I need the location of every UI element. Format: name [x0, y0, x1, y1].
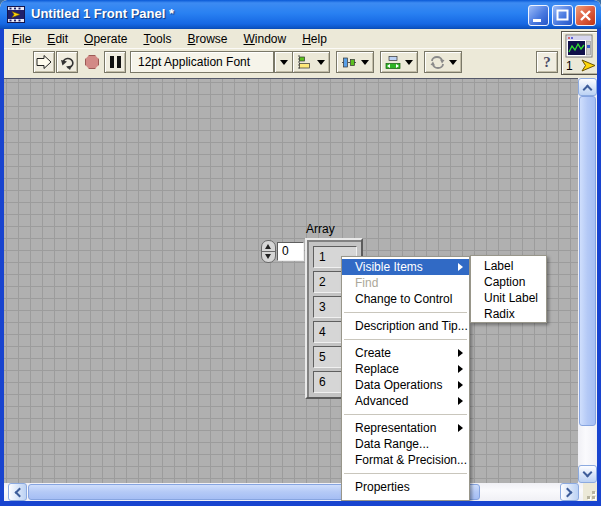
chevron-down-icon	[583, 467, 593, 477]
pause-icon	[110, 56, 121, 68]
menu-item-properties[interactable]: Properties	[342, 479, 469, 495]
panel-number: 1	[566, 59, 573, 73]
toolbar: 12pt Application Font	[4, 48, 597, 78]
chevron-left-icon	[15, 487, 25, 497]
submenu-arrow-icon	[458, 263, 463, 271]
window-title: Untitled 1 Front Panel *	[31, 6, 174, 21]
vertical-scrollbar-thumb[interactable]	[579, 96, 596, 426]
menu-edit[interactable]: Edit	[39, 31, 76, 47]
menu-item-replace[interactable]: Replace	[342, 361, 469, 377]
vertical-scrollbar[interactable]	[578, 78, 597, 483]
menu-item-description-and-tip[interactable]: Description and Tip...	[342, 318, 469, 334]
pause-button[interactable]	[104, 51, 126, 73]
menu-item-advanced[interactable]: Advanced	[342, 393, 469, 409]
menu-item-representation[interactable]: Representation	[342, 420, 469, 436]
abort-button	[82, 51, 102, 73]
menu-separator	[344, 339, 467, 340]
minimize-icon	[529, 6, 548, 25]
window-border	[0, 501, 601, 506]
submenu-arrow-icon	[458, 365, 463, 373]
menu-item-data-range[interactable]: Data Range...	[342, 436, 469, 452]
submenu-arrow-icon	[458, 424, 463, 432]
close-icon	[576, 6, 595, 25]
chevron-down-icon	[405, 60, 413, 65]
array-label: Array	[306, 222, 335, 236]
menu-bar: File Edit Operate Tools Browse Window He…	[4, 29, 597, 48]
panel-corner-icon[interactable]: 1	[561, 31, 599, 75]
reorder-icon	[429, 55, 446, 70]
font-selector[interactable]: 12pt Application Font	[130, 51, 274, 73]
resize-grip-icon[interactable]	[583, 483, 597, 501]
menu-item-find: Find	[342, 275, 469, 291]
menu-tools[interactable]: Tools	[135, 31, 179, 47]
font-selector-dropdown[interactable]	[274, 51, 294, 73]
context-help-button[interactable]: ?	[536, 51, 558, 73]
scroll-down-button[interactable]	[578, 465, 597, 483]
run-continuous-button[interactable]	[56, 51, 78, 73]
distribute-objects-button[interactable]	[336, 51, 374, 73]
abort-icon	[85, 55, 99, 69]
menu-separator	[344, 414, 467, 415]
context-menu: Visible Items Find Change to Control Des…	[341, 256, 470, 501]
menu-item-change-to-control[interactable]: Change to Control	[342, 291, 469, 307]
maximize-button[interactable]	[552, 5, 573, 26]
spinner-down-icon[interactable]	[265, 254, 271, 259]
menu-item-visible-items[interactable]: Visible Items	[342, 259, 469, 275]
close-button[interactable]	[575, 5, 596, 26]
distribute-objects-icon	[341, 55, 357, 70]
menu-window[interactable]: Window	[235, 31, 294, 47]
run-icon	[35, 54, 53, 70]
submenu-arrow-icon	[458, 349, 463, 357]
array-index-spinner[interactable]	[261, 240, 276, 263]
chevron-right-icon	[563, 487, 573, 497]
minimize-button[interactable]	[528, 5, 549, 26]
menu-separator	[344, 473, 467, 474]
window-border	[597, 29, 601, 506]
menu-item-format-precision[interactable]: Format & Precision...	[342, 452, 469, 468]
submenu-arrow-icon	[458, 397, 463, 405]
resize-objects-button[interactable]	[380, 51, 418, 73]
run-cursor-icon	[581, 59, 597, 72]
menu-operate[interactable]: Operate	[76, 31, 135, 47]
window-border	[0, 29, 4, 506]
scroll-left-button[interactable]	[8, 483, 27, 501]
scroll-right-button[interactable]	[560, 483, 579, 501]
menu-browse[interactable]: Browse	[179, 31, 235, 47]
horizontal-scrollbar[interactable]	[4, 483, 583, 501]
submenu-arrow-icon	[458, 381, 463, 389]
menu-item-data-operations[interactable]: Data Operations	[342, 377, 469, 393]
maximize-icon	[553, 6, 572, 25]
menu-item-create[interactable]: Create	[342, 345, 469, 361]
align-objects-button[interactable]	[292, 51, 330, 73]
chevron-up-icon	[583, 84, 593, 94]
labview-front-panel-window: Untitled 1 Front Panel * File Edit Opera…	[0, 0, 601, 506]
menu-help[interactable]: Help	[294, 31, 335, 47]
chevron-down-icon	[361, 60, 369, 65]
labview-logo-icon	[7, 6, 25, 23]
spinner-up-icon[interactable]	[265, 244, 271, 249]
run-continuous-icon	[59, 54, 76, 71]
menu-file[interactable]: File	[4, 31, 39, 47]
array-index-value[interactable]: 0	[277, 242, 304, 261]
title-bar[interactable]: Untitled 1 Front Panel *	[0, 0, 601, 29]
chevron-down-icon	[280, 60, 288, 65]
resize-objects-icon	[385, 55, 401, 70]
run-button[interactable]	[33, 51, 55, 73]
submenu-item-unit-label[interactable]: Unit Label	[471, 290, 546, 306]
scroll-up-button[interactable]	[578, 78, 597, 96]
waveform-chart-icon	[563, 34, 599, 60]
reorder-button[interactable]	[424, 51, 462, 73]
submenu-item-label[interactable]: Label	[471, 258, 546, 274]
menu-separator	[344, 312, 467, 313]
chevron-down-icon	[449, 60, 457, 65]
submenu-item-caption[interactable]: Caption	[471, 274, 546, 290]
submenu-item-radix[interactable]: Radix	[471, 306, 546, 322]
visible-items-submenu: Label Caption Unit Label Radix	[470, 255, 547, 323]
help-icon: ?	[543, 54, 551, 71]
align-objects-icon	[297, 55, 313, 70]
chevron-down-icon	[317, 60, 325, 65]
